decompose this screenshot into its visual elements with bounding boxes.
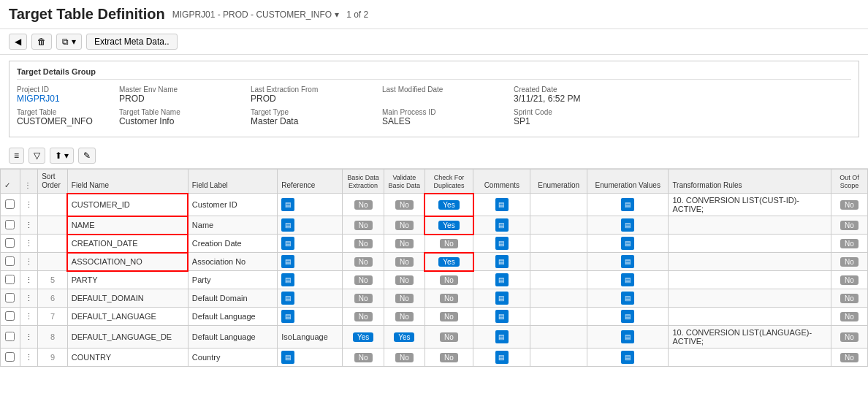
row-menu[interactable]: ⋮	[20, 216, 37, 235]
last-extraction-label: Last Extraction From	[251, 85, 368, 94]
badge-no: No	[840, 239, 859, 248]
reference-icon[interactable]: ▤	[281, 255, 294, 268]
comments-icon[interactable]: ▤	[495, 273, 509, 286]
row-trans-rules	[669, 349, 831, 367]
row-checkbox[interactable]	[1, 194, 20, 216]
row-menu[interactable]: ⋮	[20, 289, 37, 308]
enum-val-icon[interactable]: ▤	[621, 310, 634, 323]
reference-icon[interactable]: ▤	[281, 198, 294, 211]
row-enum	[530, 326, 587, 349]
row-comments[interactable]: ▤	[473, 326, 530, 349]
row-comments[interactable]: ▤	[473, 235, 530, 253]
row-comments[interactable]: ▤	[473, 308, 530, 326]
data-table-wrapper: ✓ ⋮ Sort Order Field Name Field Label Re…	[0, 169, 868, 367]
row-enum-val[interactable]: ▤	[587, 326, 669, 349]
row-enum-val[interactable]: ▤	[587, 194, 669, 216]
comments-icon[interactable]: ▤	[495, 292, 509, 305]
breadcrumb-dropdown-icon[interactable]: ▾	[335, 9, 339, 20]
row-enum-val[interactable]: ▤	[587, 271, 669, 289]
comments-icon[interactable]: ▤	[495, 255, 509, 268]
row-enum-val[interactable]: ▤	[587, 216, 669, 235]
master-env-field: Master Env Name PROD	[119, 85, 236, 104]
row-reference: ▤	[278, 349, 343, 367]
row-field-label: Country	[188, 349, 277, 367]
list-view-button[interactable]: ≡	[9, 148, 24, 164]
enum-val-icon[interactable]: ▤	[621, 351, 634, 364]
enum-val-icon[interactable]: ▤	[621, 292, 634, 305]
row-validate: No	[384, 253, 425, 271]
project-id-value[interactable]: MIGPRJ01	[17, 94, 104, 104]
export-button[interactable]: ⬆ ▾	[50, 148, 74, 164]
row-comments[interactable]: ▤	[473, 194, 530, 216]
extract-button[interactable]: Extract Meta Data..	[86, 34, 178, 50]
row-basic-ext: No	[343, 289, 384, 308]
row-menu[interactable]: ⋮	[20, 194, 37, 216]
comments-icon[interactable]: ▤	[495, 310, 509, 323]
row-sort-order	[38, 216, 68, 235]
badge-no: No	[354, 275, 373, 285]
row-menu[interactable]: ⋮	[20, 326, 37, 349]
badge-no: No	[395, 275, 414, 285]
row-menu[interactable]: ⋮	[20, 235, 37, 253]
row-menu[interactable]: ⋮	[20, 253, 37, 271]
edit-button[interactable]: ✎	[78, 148, 96, 164]
reference-icon[interactable]: ▤	[281, 273, 294, 286]
reference-icon[interactable]: ▤	[281, 218, 294, 232]
row-comments[interactable]: ▤	[473, 216, 530, 235]
page-nav: 1 of 2	[346, 9, 368, 20]
sprint-code-label: Sprint Code	[514, 108, 631, 116]
row-enum-val[interactable]: ▤	[587, 235, 669, 253]
reference-icon[interactable]: ▤	[281, 292, 294, 305]
row-comments[interactable]: ▤	[473, 271, 530, 289]
project-id-field: Project ID MIGPRJ01	[17, 85, 104, 104]
badge-no: No	[840, 312, 859, 321]
row-checkbox[interactable]	[1, 235, 20, 253]
row-menu[interactable]: ⋮	[20, 308, 37, 326]
row-comments[interactable]: ▤	[473, 349, 530, 367]
row-enum	[530, 194, 587, 216]
comments-icon[interactable]: ▤	[495, 198, 509, 211]
enum-val-icon[interactable]: ▤	[621, 330, 634, 343]
enum-val-icon[interactable]: ▤	[621, 218, 634, 232]
row-checkbox[interactable]	[1, 349, 20, 367]
row-checkbox[interactable]	[1, 253, 20, 271]
badge-no: No	[395, 221, 414, 230]
row-comments[interactable]: ▤	[473, 253, 530, 271]
badge-no: No	[395, 257, 414, 267]
row-menu[interactable]: ⋮	[20, 349, 37, 367]
row-menu[interactable]: ⋮	[20, 271, 37, 289]
row-out-scope: No	[831, 326, 867, 349]
row-enum-val[interactable]: ▤	[587, 349, 669, 367]
comments-icon[interactable]: ▤	[495, 351, 509, 364]
enum-val-icon[interactable]: ▤	[621, 237, 634, 250]
reference-icon[interactable]: ▤	[281, 237, 294, 250]
col-header-enum: Enumeration	[530, 170, 587, 194]
row-checkbox[interactable]	[1, 216, 20, 235]
row-checkbox[interactable]	[1, 271, 20, 289]
row-checkbox[interactable]	[1, 289, 20, 308]
clone-button[interactable]: ⧉ ▾	[56, 34, 82, 50]
reference-icon[interactable]: ▤	[281, 310, 294, 323]
row-out-scope: No	[831, 194, 867, 216]
filter-button[interactable]: ▽	[28, 148, 45, 164]
row-enum-val[interactable]: ▤	[587, 253, 669, 271]
row-comments[interactable]: ▤	[473, 289, 530, 308]
row-enum-val[interactable]: ▤	[587, 308, 669, 326]
table-row: ⋮ 8 DEFAULT_LANGUAGE_DE Default Language…	[1, 326, 868, 349]
row-checkbox[interactable]	[1, 308, 20, 326]
target-table-field: Target Table CUSTOMER_INFO	[17, 108, 104, 126]
comments-icon[interactable]: ▤	[495, 218, 509, 232]
comments-icon[interactable]: ▤	[495, 237, 509, 250]
row-basic-ext: No	[343, 308, 384, 326]
enum-val-icon[interactable]: ▤	[621, 198, 634, 211]
reference-icon[interactable]: ▤	[281, 351, 294, 364]
row-enum-val[interactable]: ▤	[587, 289, 669, 308]
row-validate: No	[384, 289, 425, 308]
back-button[interactable]: ◀	[9, 34, 27, 50]
enum-val-icon[interactable]: ▤	[621, 273, 634, 286]
delete-button[interactable]: 🗑	[31, 34, 52, 50]
row-checkbox[interactable]	[1, 326, 20, 349]
comments-icon[interactable]: ▤	[495, 330, 509, 343]
enum-val-icon[interactable]: ▤	[621, 255, 634, 268]
created-date-field: Created Date 3/11/21, 6:52 PM	[514, 85, 660, 104]
